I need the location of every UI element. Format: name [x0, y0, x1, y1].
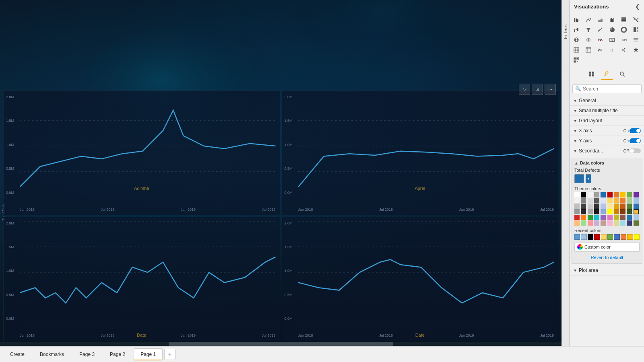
pie-icon[interactable] — [607, 25, 617, 35]
recent-color-5[interactable] — [601, 234, 607, 240]
color-cell-6-6[interactable] — [607, 220, 613, 226]
color-cell-6-9[interactable] — [627, 220, 632, 226]
color-swatch[interactable] — [574, 174, 584, 183]
color-cell-2-7[interactable] — [614, 198, 619, 203]
recent-color-7[interactable] — [614, 234, 619, 240]
map-icon[interactable] — [572, 35, 581, 45]
color-red1[interactable] — [607, 192, 613, 197]
color-green1[interactable] — [627, 192, 632, 197]
more-options-icon[interactable]: ··· — [545, 84, 556, 95]
format-tab-button[interactable] — [601, 68, 613, 80]
viz-expand-button[interactable]: ❮ — [635, 3, 640, 10]
color-cell-6-5[interactable] — [601, 220, 606, 226]
filter-icon[interactable]: ▽ — [519, 84, 530, 95]
recent-color-3[interactable] — [588, 234, 593, 240]
stacked-bar-icon[interactable] — [572, 15, 581, 25]
table-icon[interactable] — [572, 45, 581, 55]
color-cell-6-1[interactable] — [574, 220, 580, 226]
color-cell-4-7[interactable] — [614, 209, 619, 214]
color-cell-5-8[interactable] — [620, 215, 625, 220]
color-cell-2-10[interactable] — [634, 198, 639, 203]
color-mid-gray[interactable] — [594, 192, 599, 197]
tab-bookmarks[interactable]: Bookmarks — [33, 348, 71, 360]
donut-icon[interactable] — [619, 25, 629, 35]
qr-code-icon[interactable] — [572, 55, 581, 65]
color-blue1[interactable] — [601, 192, 606, 197]
color-cell-3-10[interactable] — [634, 204, 639, 209]
color-cell-6-10[interactable] — [634, 220, 639, 226]
recent-color-4[interactable] — [594, 234, 600, 240]
color-cell-3-4[interactable] — [594, 204, 599, 209]
color-cell-4-2[interactable] — [581, 209, 586, 214]
color-orange1[interactable] — [614, 192, 619, 197]
y-axis-toggle[interactable]: On — [623, 138, 641, 143]
tab-page2[interactable]: Page 2 — [103, 348, 132, 360]
y-axis-toggle-track[interactable] — [630, 138, 641, 143]
color-cell-4-5[interactable] — [601, 209, 606, 214]
color-cell-5-5[interactable] — [601, 215, 606, 220]
color-cell-3-3[interactable] — [588, 204, 593, 209]
color-cell-5-7[interactable] — [614, 215, 619, 220]
general-section-header[interactable]: ▼ General — [570, 96, 644, 106]
color-cell-2-4[interactable] — [594, 198, 599, 203]
data-colors-title[interactable]: ▲ Data colors — [574, 160, 640, 165]
color-cell-3-7[interactable] — [614, 204, 619, 209]
color-cell-5-9[interactable] — [627, 215, 632, 220]
grid-layout-header[interactable]: ▼ Grid layout — [570, 116, 644, 126]
filters-sidebar[interactable]: Filters — [561, 0, 570, 346]
recent-color-9[interactable] — [627, 234, 633, 240]
color-cell-2-3[interactable] — [588, 198, 593, 203]
color-cell-2-8[interactable] — [620, 198, 625, 203]
secondary-axis-toggle-track[interactable] — [630, 148, 641, 153]
card-icon[interactable]: 42 — [607, 35, 617, 45]
slicer-icon[interactable] — [631, 35, 641, 45]
decomp-tree-icon[interactable] — [619, 45, 629, 55]
revert-to-default-button[interactable]: Revert to default — [574, 254, 640, 261]
color-purple1[interactable] — [634, 192, 639, 197]
color-cell-5-3[interactable] — [588, 215, 593, 220]
color-cell-4-6[interactable] — [607, 209, 613, 214]
waterfall-icon[interactable] — [572, 25, 581, 35]
color-cell-4-8[interactable] — [620, 209, 625, 214]
small-multiple-title-header[interactable]: ▼ Small multiple title — [570, 106, 644, 116]
gauge-icon[interactable] — [595, 35, 605, 45]
color-white[interactable] — [574, 192, 580, 197]
color-cell-2-2[interactable] — [581, 198, 586, 203]
recent-color-10[interactable] — [634, 234, 640, 240]
kpi-icon[interactable]: KPI — [619, 35, 629, 45]
x-axis-toggle[interactable]: On — [623, 128, 641, 133]
color-cell-6-2[interactable] — [581, 220, 586, 226]
matrix-icon[interactable] — [584, 45, 593, 55]
area-chart-icon[interactable] — [595, 15, 605, 25]
color-cell-3-1[interactable] — [574, 204, 580, 209]
scatter-icon[interactable] — [595, 25, 605, 35]
color-cell-5-10[interactable] — [634, 215, 639, 220]
search-input[interactable] — [583, 86, 639, 92]
color-cell-2-9[interactable] — [627, 198, 632, 203]
x-axis-toggle-track[interactable] — [630, 128, 641, 133]
recent-color-8[interactable] — [621, 234, 626, 240]
color-cell-5-4[interactable] — [594, 215, 599, 220]
custom-viz-icon[interactable]: ··· — [584, 55, 593, 65]
color-cell-2-1[interactable] — [574, 198, 580, 203]
color-cell-4-1[interactable] — [574, 209, 580, 214]
color-cell-3-5[interactable] — [601, 204, 606, 209]
tab-page3[interactable]: Page 3 — [72, 348, 101, 360]
color-cell-5-1[interactable] — [574, 215, 580, 220]
color-yellow1[interactable] — [620, 192, 625, 197]
custom-color-button[interactable]: Custom color — [574, 242, 640, 252]
chart-scrollbar[interactable] — [0, 342, 561, 346]
secondary-axis-header[interactable]: ▼ Secondar... Off — [570, 146, 644, 156]
color-cell-2-6[interactable] — [607, 198, 613, 203]
y-axis-header[interactable]: ▼ Y axis On — [570, 136, 644, 146]
python-icon[interactable]: Py — [595, 45, 605, 55]
ribbon-chart-icon[interactable] — [631, 15, 641, 25]
funnel-icon[interactable] — [584, 25, 593, 35]
color-cell-4-10[interactable] — [634, 209, 639, 214]
recent-color-2[interactable] — [581, 234, 586, 240]
analytics-tab-button[interactable] — [616, 68, 628, 80]
color-cell-6-3[interactable] — [588, 220, 593, 226]
viz-search-box[interactable]: 🔍 — [572, 84, 642, 93]
r-visual-icon[interactable]: R — [607, 45, 617, 55]
filters-label[interactable]: Filters — [563, 24, 568, 39]
